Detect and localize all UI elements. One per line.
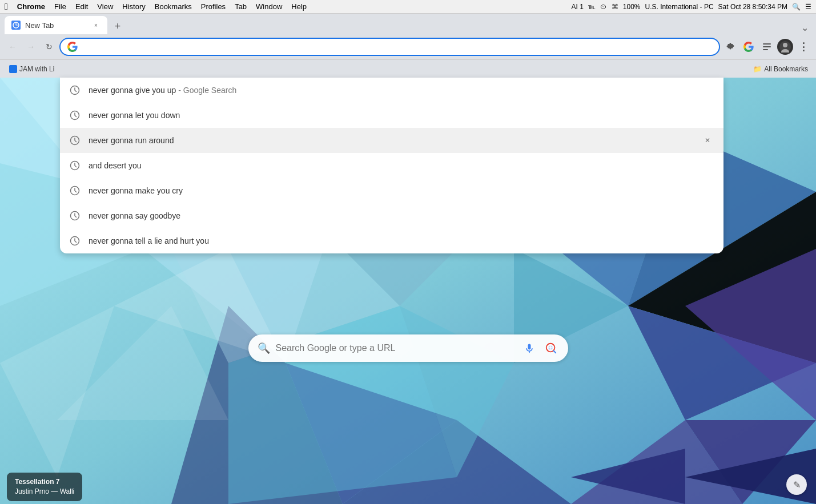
- autocomplete-text-7: never gonna tell a lie and hurt you: [89, 236, 714, 245]
- google-search-button[interactable]: [741, 39, 757, 55]
- profile-avatar[interactable]: [777, 39, 793, 55]
- clock-icon-4: [69, 160, 81, 171]
- autocomplete-item-3[interactable]: never gonna run around ✕: [60, 128, 723, 153]
- active-tab[interactable]: New Tab ×: [5, 16, 107, 34]
- svg-rect-2: [763, 46, 771, 47]
- autocomplete-text-2: never gonna let you down: [89, 111, 714, 120]
- browser-chrome: New Tab × + ⌄ ← → ↻: [0, 14, 816, 78]
- autocomplete-text-6: never gonna say goodbye: [89, 211, 714, 220]
- clock-icon-7: [69, 235, 81, 247]
- clock-icon-6: [69, 210, 81, 221]
- autocomplete-text-5: never gonna make you cry: [89, 186, 714, 195]
- autocomplete-item-6[interactable]: never gonna say goodbye: [60, 203, 723, 228]
- menubar:  Chrome File Edit View History Bookmark…: [0, 0, 816, 14]
- time-machine-icon: ⏲: [600, 3, 607, 11]
- tab-search-button[interactable]: [759, 39, 775, 55]
- lens-search-button[interactable]: [543, 340, 559, 356]
- notification-icon[interactable]: ☰: [805, 3, 811, 11]
- spotlight-icon[interactable]: 🔍: [792, 3, 801, 11]
- autocomplete-text-1: never gonna give you up - Google Search: [89, 86, 714, 95]
- address-input[interactable]: [82, 42, 708, 51]
- address-bar[interactable]: [59, 38, 720, 56]
- edit-icon: ✎: [793, 479, 801, 490]
- more-options-button[interactable]: ⋮: [795, 39, 811, 55]
- search-box: 🔍: [248, 334, 568, 362]
- datetime: Sat Oct 28 8:50:34 PM: [718, 3, 787, 11]
- autocomplete-remove-3[interactable]: ✕: [701, 134, 714, 147]
- battery-status: 100%: [623, 3, 641, 11]
- menubar-view[interactable]: View: [93, 0, 118, 13]
- address-bar-row: ← → ↻: [0, 34, 816, 59]
- svg-rect-1: [763, 43, 771, 45]
- clock-icon-5: [69, 185, 81, 196]
- menubar-chrome[interactable]: Chrome: [13, 0, 50, 13]
- ai-indicator: AI 1: [571, 3, 583, 11]
- all-bookmarks-button[interactable]: 📁 All Bookmarks: [750, 64, 811, 74]
- tab-close-button[interactable]: ×: [91, 21, 101, 30]
- bookmark-jam-label: JAM with Li: [19, 65, 54, 73]
- wifi-icon: ⌘: [612, 3, 618, 11]
- newtab-search-input[interactable]: [276, 343, 516, 353]
- extensions-button[interactable]: [722, 39, 738, 55]
- autocomplete-item-1[interactable]: never gonna give you up - Google Search: [60, 78, 723, 103]
- menubar-tab[interactable]: Tab: [230, 0, 251, 13]
- menubar-help[interactable]: Help: [287, 0, 311, 13]
- back-button[interactable]: ←: [5, 39, 21, 55]
- autocomplete-item-7[interactable]: never gonna tell a lie and hurt you: [60, 228, 723, 253]
- all-bookmarks-label: All Bookmarks: [764, 65, 808, 73]
- edit-button[interactable]: ✎: [786, 474, 807, 495]
- clock-icon-2: [69, 110, 81, 121]
- apple-menu[interactable]: : [5, 2, 8, 12]
- wallpaper-author: Justin Prno — Walli: [15, 487, 74, 497]
- autocomplete-item-4[interactable]: and desert you: [60, 153, 723, 178]
- autocomplete-text-3: never gonna run around: [89, 136, 693, 145]
- menubar-edit[interactable]: Edit: [71, 0, 93, 13]
- wallpaper-title: Tessellation 7: [15, 477, 74, 487]
- tab-title: New Tab: [25, 21, 54, 30]
- menubar-profiles[interactable]: Profiles: [196, 0, 230, 13]
- forward-button[interactable]: →: [23, 39, 39, 55]
- bottom-overlay: Tessellation 7 Justin Prno — Walli ✎: [0, 470, 816, 504]
- keyboard-layout: U.S. International - PC: [645, 3, 714, 11]
- search-magnifier-icon: 🔍: [258, 342, 270, 354]
- bluetooth-icon: ℡: [588, 3, 596, 11]
- tab-bar: New Tab × + ⌄: [0, 14, 816, 34]
- autocomplete-dropdown: never gonna give you up - Google Search …: [60, 78, 723, 253]
- tab-favicon: [11, 21, 21, 30]
- svg-point-5: [783, 43, 787, 47]
- menubar-bookmarks[interactable]: Bookmarks: [150, 0, 196, 13]
- google-logo: [67, 42, 78, 52]
- refresh-button[interactable]: ↻: [41, 39, 57, 55]
- bookmark-jam[interactable]: JAM with Li: [5, 62, 59, 76]
- clock-icon-1: [69, 84, 81, 96]
- folder-icon: 📁: [753, 65, 762, 73]
- tab-expand-button[interactable]: ⌄: [798, 21, 811, 34]
- bookmarks-bar: JAM with Li 📁 All Bookmarks: [0, 59, 816, 78]
- autocomplete-item-5[interactable]: never gonna make you cry: [60, 178, 723, 203]
- wallpaper-info: Tessellation 7 Justin Prno — Walli: [7, 473, 82, 501]
- new-tab-button[interactable]: +: [110, 18, 126, 34]
- svg-rect-3: [763, 49, 768, 50]
- menubar-status-area: AI 1 ℡ ⏲ ⌘ 100% U.S. International - PC …: [571, 3, 811, 11]
- autocomplete-text-4: and desert you: [89, 161, 714, 170]
- autocomplete-item-2[interactable]: never gonna let you down: [60, 103, 723, 128]
- menubar-file[interactable]: File: [50, 0, 71, 13]
- menubar-window[interactable]: Window: [251, 0, 287, 13]
- menubar-history[interactable]: History: [118, 0, 150, 13]
- voice-search-button[interactable]: [521, 340, 537, 356]
- clock-icon-3: [69, 135, 81, 146]
- jam-favicon: [9, 65, 17, 73]
